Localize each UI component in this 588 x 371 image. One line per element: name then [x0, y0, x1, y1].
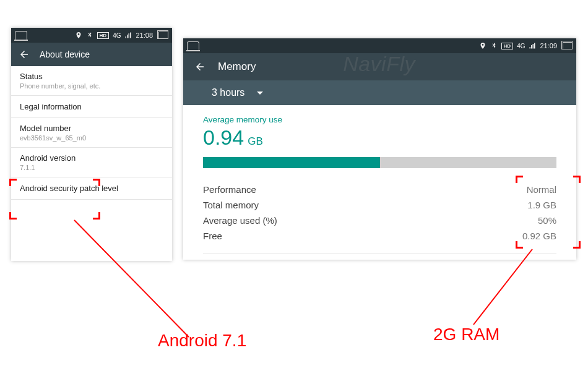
hd-badge: HD — [97, 32, 110, 39]
row-status[interactable]: Status Phone number, signal, etc. — [11, 66, 172, 96]
time-range-dropdown[interactable]: 3 hours — [212, 87, 263, 98]
stat-key: Performance — [203, 182, 256, 197]
stat-key: Average used (%) — [203, 213, 277, 228]
signal-icon — [124, 32, 132, 39]
row-label: Android security patch level — [20, 184, 163, 193]
hd-badge: HD — [501, 43, 514, 49]
row-label: Legal information — [20, 102, 163, 111]
stat-key: Total memory — [203, 197, 259, 213]
stat-value: 50% — [538, 213, 556, 228]
location-icon — [75, 32, 82, 39]
row-model[interactable]: Model number evb3561sv_w_65_m0 — [11, 118, 172, 148]
stat-total-memory: Total memory 1.9 GB — [203, 197, 556, 213]
row-label: Android version — [20, 153, 163, 163]
row-value: 7.1.1 — [20, 164, 163, 171]
status-bar: HD 4G 21:08 — [11, 28, 172, 43]
avg-memory-unit: GB — [248, 135, 263, 148]
row-android-version[interactable]: Android version 7.1.1 — [11, 148, 172, 177]
svg-line-1 — [473, 249, 532, 325]
row-security-patch[interactable]: Android security patch level — [11, 177, 172, 200]
memory-bar — [203, 157, 556, 168]
signal-icon — [529, 42, 536, 49]
dropdown-label: 3 hours — [212, 87, 244, 98]
stat-free: Free 0.92 GB — [203, 228, 556, 244]
home-icon — [15, 31, 27, 40]
status-bar: HD 4G 21:09 — [183, 38, 576, 53]
divider — [203, 254, 556, 254]
annotation-android: Android 7.1 — [158, 331, 246, 351]
about-device-screenshot: HD 4G 21:08 About device Status Phone nu… — [11, 28, 172, 261]
recents-icon — [563, 42, 573, 49]
memory-bar-fill — [203, 157, 380, 168]
row-label: Status — [20, 72, 163, 81]
bluetooth-icon — [490, 42, 498, 49]
memory-stats: Performance Normal Total memory 1.9 GB A… — [203, 182, 556, 244]
recents-icon — [158, 32, 168, 39]
avg-memory-label: Average memory use — [203, 115, 556, 124]
avg-memory-number: 0.94 — [203, 126, 244, 150]
annotation-ram: 2G RAM — [433, 325, 499, 344]
back-arrow-icon[interactable] — [19, 49, 30, 60]
stat-key: Free — [203, 228, 222, 244]
memory-screenshot: NaviFly HD 4G 21:09 Memory 3 hours Avera… — [183, 38, 576, 260]
app-bar-title: About device — [40, 49, 90, 59]
app-bar-title: Memory — [218, 61, 256, 73]
location-icon — [479, 42, 486, 49]
stat-value: Normal — [527, 182, 556, 197]
status-time: 21:09 — [540, 42, 557, 49]
network-4g-icon: 4G — [517, 43, 525, 49]
app-bar: Memory — [183, 53, 576, 80]
memory-range-bar: 3 hours — [183, 80, 576, 105]
stat-performance: Performance Normal — [203, 182, 556, 197]
row-legal[interactable]: Legal information — [11, 96, 172, 118]
app-bar: About device — [11, 43, 172, 66]
row-label: Model number — [20, 124, 163, 133]
bluetooth-icon — [86, 32, 93, 39]
home-icon — [187, 41, 199, 50]
row-sublabel: Phone number, signal, etc. — [20, 82, 163, 90]
stat-value: 1.9 GB — [527, 197, 556, 213]
avg-memory-value: 0.94 GB — [203, 126, 556, 150]
stat-average-used: Average used (%) 50% — [203, 213, 556, 228]
memory-body: Average memory use 0.94 GB Performance N… — [183, 105, 576, 254]
network-4g-icon: 4G — [113, 32, 121, 39]
stat-value: 0.92 GB — [522, 228, 556, 244]
row-value: evb3561sv_w_65_m0 — [20, 134, 163, 142]
back-arrow-icon[interactable] — [194, 61, 205, 72]
status-time: 21:08 — [136, 32, 153, 39]
chevron-down-icon — [257, 92, 263, 95]
